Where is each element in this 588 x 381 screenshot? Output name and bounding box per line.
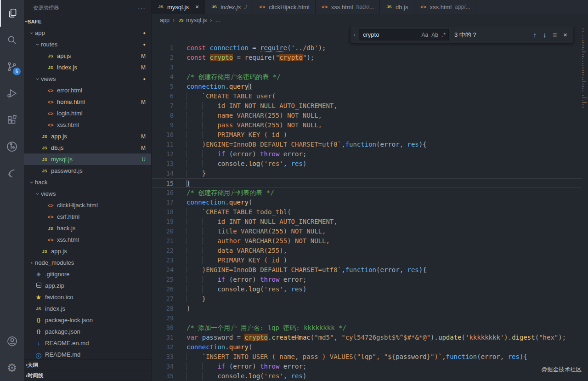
code-line-28[interactable]: 28) — [152, 304, 588, 313]
tree-item-home.html[interactable]: <>home.htmlM — [24, 96, 151, 108]
find-in-selection-icon[interactable]: ≡ — [553, 31, 557, 38]
tree-item-app[interactable]: ›app● — [24, 27, 151, 39]
toggle-replace-icon[interactable]: › — [351, 27, 359, 43]
breadcrumb-folder[interactable]: app — [160, 17, 170, 23]
code-line-21[interactable]: 21 author VARCHAR(255) NOT NULL, — [152, 236, 588, 246]
tree-item-app.js[interactable]: JSapp.js — [24, 245, 151, 257]
settings-gear-icon[interactable]: ⚙ — [0, 354, 24, 381]
tree-item-node_modules[interactable]: ›node_modules — [24, 257, 151, 268]
hook-arrow-icon[interactable] — [0, 160, 24, 187]
source-control-icon[interactable]: 6 — [0, 53, 24, 80]
code-line-1[interactable]: 1const connection = require('../db'); — [152, 43, 588, 53]
explorer-icon[interactable] — [0, 0, 24, 27]
tab-mysql.js[interactable]: JSmysql.js× — [152, 0, 205, 14]
code-line-24[interactable]: 24 )ENGINE=InnoDB DEFAULT CHARSET=utf8`,… — [152, 265, 588, 275]
outline-section[interactable]: › 大纲 — [24, 360, 151, 370]
tree-item-routes[interactable]: ›routes● — [24, 39, 151, 50]
code-line-3[interactable]: 3 — [152, 63, 588, 72]
tree-item-views[interactable]: ›views — [24, 188, 151, 199]
code-line-20[interactable]: 20 title VARCHAR(255) NOT NULL, — [152, 227, 588, 236]
tree-item-login.html[interactable]: <>login.html — [24, 108, 151, 119]
previous-match-icon[interactable]: ↑ — [533, 31, 537, 38]
run-debug-icon[interactable] — [0, 80, 24, 107]
tree-item-package-lock.json[interactable]: {}package-lock.json — [24, 314, 151, 326]
close-icon[interactable]: × — [195, 3, 199, 11]
code-line-19[interactable]: 19 id INT NOT NULL AUTO_INCREMENT, — [152, 217, 588, 227]
tree-item-hack[interactable]: ›hack — [24, 176, 151, 188]
code-line-35[interactable]: 35 console.log('res', res) — [152, 371, 588, 381]
code-line-29[interactable]: 29 — [152, 313, 588, 323]
tree-item-password.js[interactable]: JSpassword.js — [24, 165, 151, 176]
whole-word-icon[interactable]: Ab — [431, 32, 438, 38]
code-line-22[interactable]: 22 data VARCHAR(255), — [152, 246, 588, 256]
tree-item-app.zip[interactable]: app.zip — [24, 280, 151, 291]
code-line-9[interactable]: 9 pass VARCHAR(255) NOT NULL, — [152, 120, 588, 130]
tab-db.js[interactable]: JSdb.js — [380, 0, 414, 14]
tab-xss.html[interactable]: <>xss.htmlapp/... — [414, 0, 476, 14]
match-case-icon[interactable]: Aa — [422, 32, 429, 38]
tree-item-error.html[interactable]: <>error.html — [24, 85, 151, 96]
code-line-25[interactable]: 25 if (error) throw error; — [152, 275, 588, 284]
code-line-33[interactable]: 33 `INSERT INTO USER ( name, pass ) VALU… — [152, 352, 588, 362]
close-icon[interactable]: × — [563, 31, 567, 38]
workspace-section-safe[interactable]: › SAFE — [24, 16, 151, 27]
account-icon[interactable] — [0, 328, 24, 354]
code-line-32[interactable]: 32connection.query( — [152, 342, 588, 352]
regex-icon[interactable]: .* — [441, 32, 446, 38]
code-line-18[interactable]: 18 `CREATE TABLE todo_tbl( — [152, 207, 588, 217]
timeline-section[interactable]: › 时间线 — [24, 370, 151, 381]
extensions-icon[interactable] — [0, 107, 24, 133]
code-line-11[interactable]: 11 )ENGINE=InnoDB DEFAULT CHARSET=utf8`,… — [152, 140, 588, 149]
tree-item-csrf.html[interactable]: <>csrf.html — [24, 211, 151, 222]
code-line-23[interactable]: 23 PRIMARY KEY ( id ) — [152, 256, 588, 265]
code-line-4[interactable]: 4/* 创建存储用户名密码的表 */ — [152, 72, 588, 82]
code-line-34[interactable]: 34 if (error) throw error; — [152, 362, 588, 371]
more-actions-icon[interactable]: ··· — [138, 5, 146, 12]
code-line-13[interactable]: 13 console.log('res', res) — [152, 159, 588, 169]
tree-item-mysql.js[interactable]: JSmysql.jsU — [24, 154, 151, 165]
breadcrumb-file[interactable]: mysql.js — [186, 17, 207, 23]
code-line-31[interactable]: 31var password = crypto.createHmac("md5"… — [152, 333, 588, 342]
tab-xss.html[interactable]: <>xss.htmlhack/... — [316, 0, 380, 14]
tree-item-index.js[interactable]: JSindex.jsM — [24, 62, 151, 73]
code-line-7[interactable]: 7 id INT NOT NULL AUTO_INCREMENT, — [152, 101, 588, 111]
line-number: 5 — [152, 82, 174, 91]
tree-item-xss.html[interactable]: <>xss.html — [24, 234, 151, 245]
code-line-17[interactable]: 17connection.query( — [152, 198, 588, 207]
tree-item-app.js[interactable]: JSapp.jsM — [24, 131, 151, 142]
tab-index.js[interactable]: JSindex.js./ — [205, 0, 253, 14]
tree-item-clickHijack.html[interactable]: <>clickHijack.html — [24, 199, 151, 211]
tree-item-README.en.md[interactable]: ↓README.en.md — [24, 337, 151, 349]
code-line-5[interactable]: 5connection.query( — [152, 82, 588, 91]
next-match-icon[interactable]: ↓ — [543, 31, 547, 38]
code-line-12[interactable]: 12 if (error) throw error; — [152, 149, 588, 159]
tree-item-views[interactable]: ›views● — [24, 73, 151, 85]
code-line-26[interactable]: 26 console.log('res', res) — [152, 284, 588, 294]
line-number: 3 — [152, 63, 174, 72]
code-line-2[interactable]: 2const crypto = require("crypto"); — [152, 53, 588, 63]
code-line-27[interactable]: 27 } — [152, 294, 588, 304]
tree-item-hack.js[interactable]: JShack.js — [24, 222, 151, 234]
tree-item-api.js[interactable]: JSapi.jsM — [24, 50, 151, 62]
tree-item-index.js[interactable]: JSindex.js — [24, 303, 151, 314]
tab-clickHijack.html[interactable]: <>clickHijack.html — [253, 0, 316, 14]
git-status-badge: M — [141, 64, 146, 71]
tree-item-db.js[interactable]: JSdb.jsM — [24, 142, 151, 154]
tree-item-package.json[interactable]: {}package.json — [24, 326, 151, 337]
tree-item-favicon.ico[interactable]: ★favicon.ico — [24, 291, 151, 303]
circle-branch-icon[interactable] — [0, 133, 24, 160]
code-line-8[interactable]: 8 name VARCHAR(255) NOT NULL, — [152, 111, 588, 120]
code-line-6[interactable]: 6 `CREATE TABLE user( — [152, 91, 588, 101]
search-icon[interactable] — [0, 27, 24, 53]
code-line-14[interactable]: 14 } — [152, 169, 588, 178]
code-editor[interactable]: › Aa Ab .* 3 中的 ? ↑ ↓ ≡ × 1const — [152, 27, 588, 381]
breadcrumb-symbol[interactable]: … — [215, 17, 221, 23]
code-line-10[interactable]: 10 PRIMARY KEY ( id ) — [152, 130, 588, 140]
code-line-30[interactable]: 30/* 添加一个用户 用户名: lqp 密码: kkkkkkkk */ — [152, 323, 588, 333]
minimap[interactable] — [582, 27, 588, 381]
tree-item-.gitignore[interactable]: ◆.gitignore — [24, 268, 151, 280]
code-line-15[interactable]: 15) — [152, 178, 588, 188]
tree-item-xss.html[interactable]: <>xss.html — [24, 119, 151, 131]
code-line-16[interactable]: 16/* 创建存储用户列表的表 */ — [152, 188, 588, 198]
tree-item-README.md[interactable]: iREADME.md — [24, 349, 151, 359]
